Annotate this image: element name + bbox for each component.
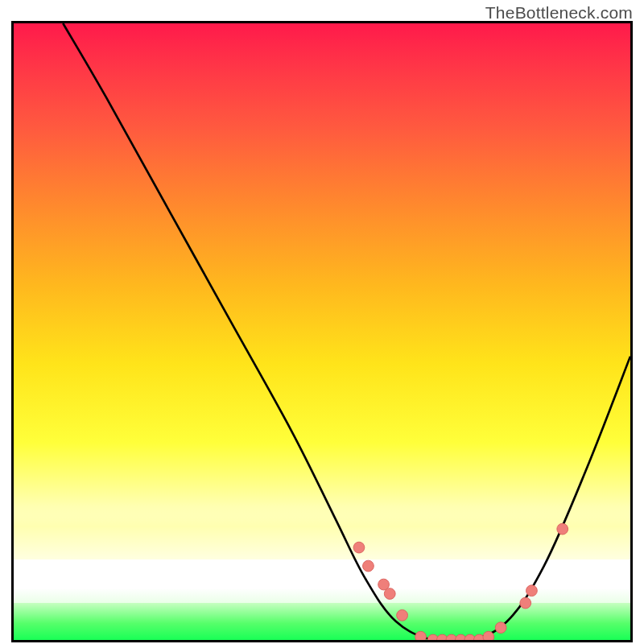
gradient-red-yellow [14,23,630,547]
gradient-yellow-pale [14,504,630,559]
band-white [14,566,630,603]
band-green [14,603,630,640]
chart-background [14,23,630,640]
chart-frame [11,21,633,642]
watermark-text: TheBottleneck.com [485,3,633,23]
